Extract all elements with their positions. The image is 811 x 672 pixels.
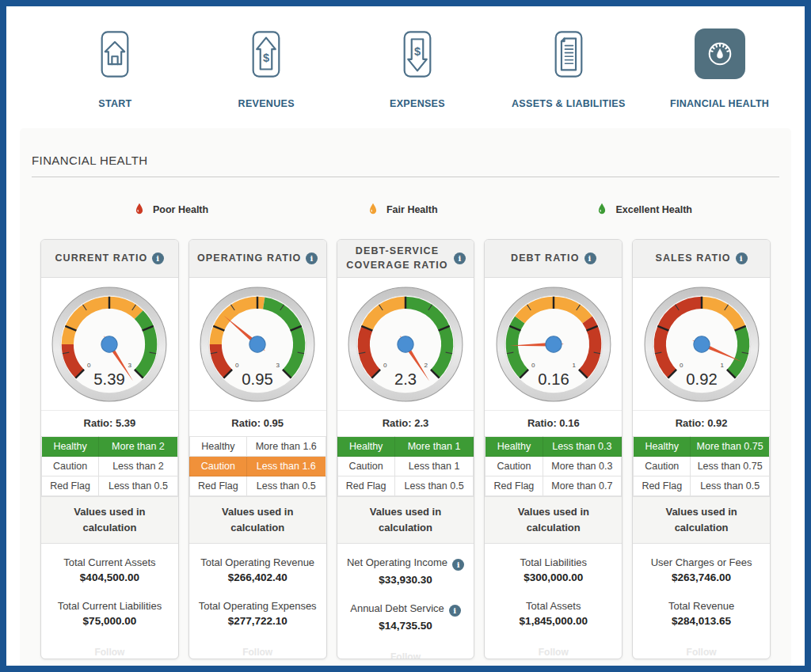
info-icon[interactable]: i: [306, 252, 318, 264]
status-table: Healthy More than 1.6 Caution Less than …: [189, 436, 326, 496]
ratio-card-operating-ratio: OPERATING RATIOi 030.95 Ratio: 0.95 Heal…: [188, 239, 327, 659]
nav-icon-wrap: $: [394, 27, 440, 81]
revenue-up-icon: $: [243, 28, 289, 81]
nav-item-revenues[interactable]: $ REVENUES: [191, 27, 342, 109]
follow-link[interactable]: Follow: [189, 644, 326, 659]
info-icon[interactable]: i: [452, 559, 464, 571]
droplet-icon: [596, 201, 608, 218]
status-table: Healthy More than 1 Caution Less than 1 …: [337, 436, 474, 496]
info-icon[interactable]: i: [152, 252, 164, 264]
status-threshold: Less than 0.5: [394, 476, 474, 496]
gauge-box: 010.92: [633, 278, 770, 410]
calc-value-item: Total Operating Expenses $277,722.10: [192, 600, 323, 627]
status-threshold: Less than 1.6: [246, 457, 326, 476]
svg-text:3: 3: [128, 362, 132, 369]
follow-link[interactable]: Follow: [485, 644, 622, 659]
ratio-value-text: Ratio: 2.3: [337, 410, 474, 436]
svg-text:$: $: [414, 45, 421, 58]
values-title: Values used in calculation: [485, 496, 622, 544]
page-title: FINANCIAL HEALTH: [32, 154, 779, 167]
card-title: DEBT RATIOi: [485, 240, 622, 278]
ratio-card-debt-service-coverage-ratio: DEBT-SERVICE COVERAGE RATIOi 022.3 Ratio…: [337, 239, 475, 659]
status-label: Caution: [189, 457, 246, 476]
status-label: Healthy: [634, 437, 691, 457]
gauge-box: 035.39: [41, 278, 178, 410]
svg-text:2.3: 2.3: [394, 370, 417, 388]
nav-item-label: START: [98, 98, 131, 109]
expense-down-icon: $: [394, 28, 440, 81]
values-title: Values used in calculation: [41, 496, 178, 544]
values-title: Values used in calculation: [189, 496, 326, 544]
info-icon[interactable]: i: [736, 252, 748, 264]
calc-value-label: Total Liabilities: [488, 556, 619, 568]
values-list: Net Operating Incomei $33,930.30 Annual …: [337, 544, 474, 648]
legend-label: Excellent Health: [615, 204, 692, 215]
info-icon[interactable]: i: [584, 252, 596, 264]
nav-icon-wrap: $: [243, 27, 289, 81]
calc-value-label: Annual Debt Servicei: [341, 602, 471, 617]
values-list: Total Operating Revenue $266,402.40 Tota…: [189, 544, 326, 644]
calc-value-label: User Charges or Fees: [636, 556, 767, 568]
ratio-gauge: 035.39: [49, 284, 169, 404]
status-label: Red Flag: [42, 476, 99, 496]
status-threshold: Less than 0.5: [99, 476, 178, 496]
follow-link[interactable]: Follow: [633, 644, 770, 659]
svg-text:0: 0: [680, 362, 683, 369]
calc-value-amount: $263,746.00: [636, 571, 767, 583]
nav-item-start[interactable]: START: [40, 27, 191, 109]
ratio-value-text: Ratio: 0.16: [485, 410, 622, 436]
calc-value-label: Total Current Assets: [44, 556, 175, 568]
status-threshold: More than 0.75: [691, 437, 770, 457]
calc-value-item: Total Liabilities $300,000.00: [488, 556, 619, 583]
calc-value-amount: $266,402.40: [192, 571, 323, 583]
calc-value-label: Total Operating Expenses: [192, 600, 323, 612]
legend-label: Fair Health: [386, 204, 438, 215]
gauge-icon: [695, 28, 745, 79]
nav-item-financial-health[interactable]: FINANCIAL HEALTH: [644, 27, 795, 109]
status-threshold: More than 0.3: [543, 457, 622, 476]
status-threshold: More than 1.6: [246, 437, 326, 457]
nav-icon-wrap: [546, 27, 592, 81]
info-icon[interactable]: i: [454, 252, 466, 264]
status-row-healthy: Healthy More than 1: [337, 437, 474, 457]
status-row-healthy: Healthy More than 1.6: [189, 437, 326, 457]
follow-link[interactable]: Follow: [41, 644, 178, 659]
ratio-gauge: 030.95: [197, 284, 318, 404]
calc-value-item: Total Current Liabilities $75,000.00: [44, 600, 175, 627]
svg-text:0: 0: [383, 362, 387, 369]
follow-link[interactable]: Follow: [337, 648, 474, 659]
ratio-gauge: 010.16: [493, 284, 614, 404]
nav-item-assets-liabilities[interactable]: ASSETS & LIABILITIES: [493, 27, 644, 109]
calc-value-amount: $14,735.50: [341, 620, 471, 632]
nav-item-label: REVENUES: [238, 98, 295, 109]
legend-item-poor-health: Poor Health: [133, 201, 208, 218]
svg-text:0: 0: [531, 362, 535, 369]
calc-value-item: Total Current Assets $404,500.00: [44, 556, 175, 583]
calc-value-item: Total Operating Revenue $266,402.40: [192, 556, 323, 583]
values-list: Total Current Assets $404,500.00 Total C…: [41, 544, 178, 644]
calc-value-amount: $33,930.30: [341, 574, 471, 586]
health-legend: Poor Health Fair Health Excellent Health: [32, 201, 779, 218]
legend-label: Poor Health: [153, 204, 208, 215]
status-row-caution: Caution Less than 2: [42, 457, 178, 476]
calc-value-item: Total Assets $1,845,000.00: [488, 600, 619, 627]
status-row-caution: Caution Less than 1: [337, 457, 474, 476]
status-row-red-flag: Red Flag Less than 0.5: [634, 476, 770, 496]
ratio-value-text: Ratio: 0.95: [189, 410, 326, 436]
calc-value-amount: $277,722.10: [192, 615, 323, 627]
nav-icon-wrap: [695, 27, 745, 81]
svg-text:0: 0: [235, 362, 239, 369]
info-icon[interactable]: i: [449, 605, 461, 617]
ratio-gauge: 010.92: [642, 284, 762, 404]
status-threshold: Less than 1: [394, 457, 474, 476]
svg-text:5.39: 5.39: [94, 370, 125, 388]
svg-text:1: 1: [720, 362, 724, 369]
calc-value-amount: $300,000.00: [488, 571, 619, 583]
status-table: Healthy More than 0.75 Caution Less than…: [633, 436, 770, 496]
document-icon: [546, 28, 592, 81]
svg-text:0.92: 0.92: [686, 370, 717, 388]
nav-item-expenses[interactable]: $ EXPENSES: [342, 27, 493, 109]
status-label: Red Flag: [189, 476, 246, 496]
legend-item-excellent-health: Excellent Health: [596, 201, 692, 218]
svg-text:0.16: 0.16: [538, 370, 569, 388]
